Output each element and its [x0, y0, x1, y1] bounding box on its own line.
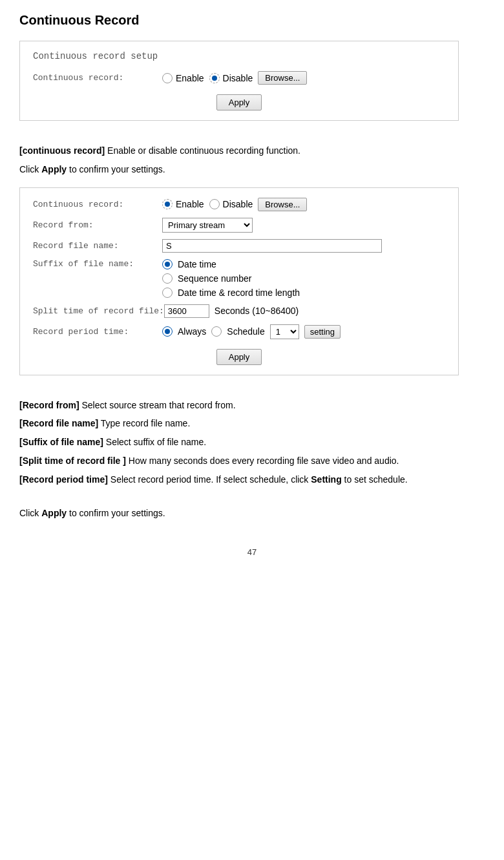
desc2-line1: [Record from] Select source stream that … — [19, 398, 485, 414]
always-label: Always — [178, 326, 206, 337]
suffix-sequence[interactable]: Sequence number — [162, 273, 300, 284]
desc1-bold-1: [continuous record] — [19, 145, 105, 156]
suffix-datetime-length[interactable]: Date time & record time length — [162, 288, 300, 298]
record-from-label: Record from: — [33, 220, 162, 230]
desc1-click: Click — [19, 164, 41, 174]
desc2-apply: Apply — [41, 508, 67, 518]
desc2-setting: Setting — [311, 474, 341, 485]
continuous-record-label-2: Continuous record: — [33, 200, 162, 209]
setting-button[interactable]: setting — [304, 325, 341, 339]
disable-radio-group-1[interactable]: Disable — [209, 73, 253, 83]
enable-label-2: Enable — [176, 199, 204, 209]
desc2-line4: [Split time of record file ] How many se… — [19, 454, 485, 469]
continuous-record-controls-1: Enable Disable Browse... — [162, 71, 307, 85]
continuous-record-row-1: Continuous record: Enable Disable Browse… — [33, 71, 445, 85]
record-filename-label: Record file name: — [33, 241, 162, 251]
desc2-rest-5: Select record period time. If select sch… — [108, 474, 311, 485]
suffix-radio-datetime-length[interactable] — [162, 288, 173, 298]
desc2-bold-1: [Record from] — [19, 400, 79, 410]
continuous-record-row-2: Continuous record: Enable Disable Browse… — [33, 198, 445, 211]
desc1-rest-1: Enable or disable continuous recording f… — [105, 145, 300, 156]
desc2-confirm: Click Apply to confirm your settings. — [19, 506, 485, 521]
disable-label-2: Disable — [223, 199, 253, 209]
desc2-rest-4: How many seconds does every recording fi… — [126, 456, 399, 466]
enable-radio-2[interactable] — [162, 199, 173, 209]
setup-box-1: Continuous record setup Continuous recor… — [19, 41, 459, 121]
disable-radio-2[interactable] — [209, 199, 220, 209]
record-filename-input[interactable] — [162, 239, 382, 253]
schedule-label: Schedule — [227, 326, 264, 337]
desc2-line3: [Suffix of file name] Select suffix of f… — [19, 435, 485, 450]
apply-button-1[interactable]: Apply — [216, 94, 262, 110]
suffix-radio-sequence[interactable] — [162, 273, 173, 284]
suffix-datetime[interactable]: Date time — [162, 259, 300, 269]
continuous-record-controls-2: Enable Disable Browse... — [162, 198, 307, 211]
setup-title-1: Continuous record setup — [33, 51, 445, 61]
split-time-input[interactable] — [164, 304, 209, 318]
desc2-line2: [Record file name] Type record file name… — [19, 416, 485, 432]
suffix-label: Suffix of file name: — [33, 259, 162, 269]
page-title: Continuous Record — [19, 13, 485, 28]
split-time-controls: Seconds (10~86400) — [164, 304, 299, 318]
desc2-bold-4: [Split time of record file ] — [19, 456, 126, 466]
suffix-radio-datetime[interactable] — [162, 259, 173, 269]
apply-row-2: Apply — [33, 349, 445, 365]
desc2-bold-2: [Record file name] — [19, 418, 98, 428]
desc2-line5: [Record period time] Select record perio… — [19, 472, 485, 488]
suffix-sequence-label: Sequence number — [178, 273, 251, 284]
schedule-select[interactable]: 1 2 3 — [270, 324, 299, 339]
split-unit-label: Seconds (10~86400) — [215, 306, 299, 316]
split-time-label: Split time of record file: — [33, 306, 164, 316]
period-time-label: Record period time: — [33, 327, 162, 337]
record-filename-controls — [162, 239, 382, 253]
desc2-rest-2: Type record file name. — [98, 418, 190, 428]
period-time-row: Record period time: Always Schedule 1 2 … — [33, 324, 445, 339]
suffix-datetime-label: Date time — [178, 259, 216, 269]
suffix-controls: Date time Sequence number Date time & re… — [162, 259, 300, 298]
desc2-bold-5: [Record period time] — [19, 474, 108, 485]
split-time-row: Split time of record file: Seconds (10~8… — [33, 304, 445, 318]
description-1: [continuous record] Enable or disable co… — [19, 143, 485, 178]
desc2-rest-3: Select suffix of file name. — [103, 437, 206, 447]
page-number: 47 — [19, 547, 485, 557]
schedule-radio[interactable] — [211, 326, 222, 337]
desc1-apply: Apply — [41, 164, 67, 174]
desc1-line1: [continuous record] Enable or disable co… — [19, 143, 485, 159]
disable-radio-group-2[interactable]: Disable — [209, 199, 253, 209]
desc2-rest-1: Select source stream that record from. — [79, 400, 236, 410]
continuous-record-label-1: Continuous record: — [33, 73, 162, 83]
record-from-controls: Primary stream Secondary stream — [162, 218, 253, 233]
enable-radio-group-1[interactable]: Enable — [162, 73, 204, 83]
record-filename-row: Record file name: — [33, 239, 445, 253]
desc2-click: Click — [19, 508, 41, 518]
apply-row-1: Apply — [33, 94, 445, 110]
desc2-end: to set schedule. — [342, 474, 408, 485]
desc2-confirm-text: to confirm your settings. — [67, 508, 165, 518]
browse-button-1[interactable]: Browse... — [258, 71, 307, 85]
enable-radio-1[interactable] — [162, 73, 173, 83]
browse-button-2[interactable]: Browse... — [258, 198, 307, 211]
disable-label-1: Disable — [223, 73, 253, 83]
enable-radio-dot-2 — [165, 202, 170, 207]
description-2: [Record from] Select source stream that … — [19, 398, 485, 522]
enable-radio-group-2[interactable]: Enable — [162, 199, 204, 209]
apply-button-2[interactable]: Apply — [216, 349, 262, 365]
record-from-row: Record from: Primary stream Secondary st… — [33, 218, 445, 233]
stream-select[interactable]: Primary stream Secondary stream — [162, 218, 253, 233]
period-controls: Always Schedule 1 2 3 setting — [162, 324, 341, 339]
desc2-bold-3: [Suffix of file name] — [19, 437, 103, 447]
disable-radio-1[interactable] — [209, 73, 220, 83]
suffix-row: Suffix of file name: Date time Sequence … — [33, 259, 445, 298]
setup-box-2: Continuous record: Enable Disable Browse… — [19, 187, 459, 375]
suffix-datetime-length-label: Date time & record time length — [178, 288, 300, 298]
desc1-rest-2: to confirm your settings. — [67, 164, 165, 174]
always-radio[interactable] — [162, 326, 173, 337]
desc1-line2: Click Apply to confirm your settings. — [19, 162, 485, 178]
enable-label-1: Enable — [176, 73, 204, 83]
disable-radio-dot-1 — [212, 76, 217, 81]
